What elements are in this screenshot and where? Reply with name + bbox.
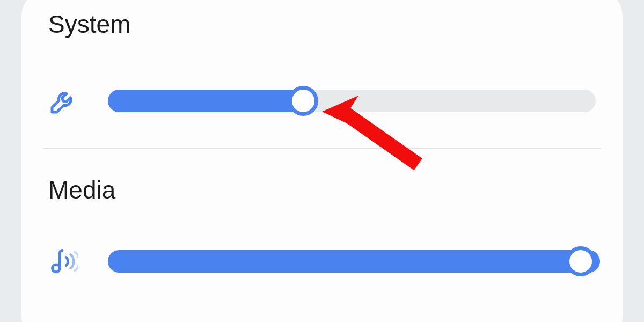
media-section-label: Media <box>48 175 596 204</box>
settings-card: System Media <box>21 0 623 322</box>
slider-fill <box>108 90 308 112</box>
system-slider-row <box>48 86 596 116</box>
media-volume-slider[interactable] <box>108 246 596 276</box>
system-slider-thumb[interactable] <box>288 86 318 116</box>
media-slider-thumb[interactable] <box>566 246 596 276</box>
wrench-icon <box>48 86 78 116</box>
system-volume-slider[interactable] <box>108 86 596 116</box>
media-slider-row <box>48 246 596 276</box>
system-section-label: System <box>48 10 596 39</box>
slider-fill <box>108 250 600 273</box>
music-waves-icon <box>48 246 78 276</box>
section-divider <box>43 148 601 149</box>
